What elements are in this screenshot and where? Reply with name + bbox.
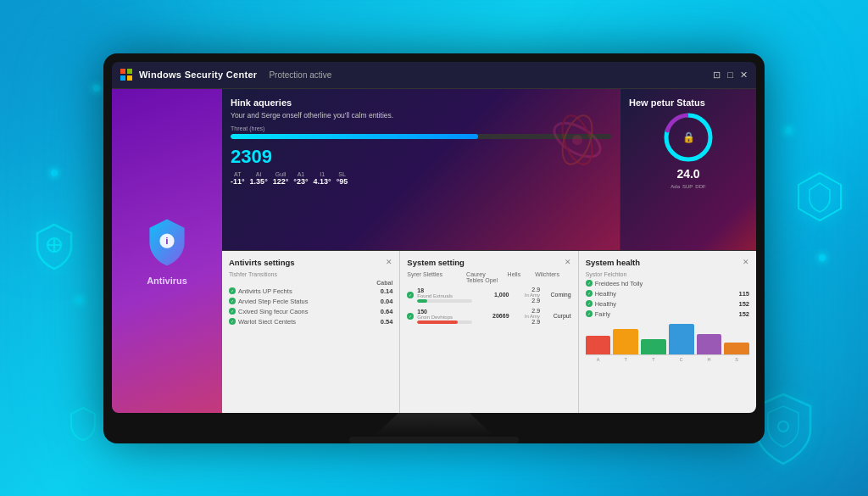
check-icon-2: ✓	[229, 298, 236, 304]
app-subtitle: Protection active	[269, 70, 713, 80]
card2-title: System setting	[407, 258, 465, 267]
bar-1	[586, 336, 611, 354]
check-icon-3: ✓	[229, 308, 236, 315]
stat-1: AI 1.35°	[250, 171, 268, 186]
app-title: Windows Security Center	[139, 70, 257, 80]
svg-point-10	[572, 135, 582, 145]
status-labels: Ada SUP DDF	[629, 184, 748, 189]
check-icon-1: ✓	[229, 287, 236, 294]
card1-header: Antivirts settings ✕	[229, 258, 392, 267]
bottom-panels: Antivirts settings ✕ Tishfer Transitions…	[222, 250, 756, 413]
av-row-2: ✓ Arvied Step Fecle Status 0.04	[229, 298, 392, 305]
col-head-2: Caurey Tebles Opel	[466, 271, 503, 283]
stat-3: A1 °23°	[293, 171, 308, 186]
svg-marker-3	[798, 173, 841, 220]
card3-subtitle: Systor Felchton	[586, 271, 749, 277]
card1-col-head: Cabal	[376, 280, 392, 286]
health-check-2: ✓	[586, 290, 593, 297]
stat-4: I1 4.13°	[314, 171, 331, 186]
status-title: Hew petur Status	[629, 98, 748, 108]
bar-4	[669, 324, 694, 354]
right-content: Hink aqueries Your and Serge onself othe…	[222, 89, 756, 413]
antivirus-sidebar: i Antivirus	[112, 89, 222, 413]
col-head-1: Syrer Slettles	[407, 271, 461, 283]
card3-title: System health	[586, 258, 640, 267]
health-status-text: Freidees hd Toily	[595, 280, 643, 287]
close-button[interactable]: ✕	[740, 70, 748, 81]
health-row-1: ✓ Healthy 115	[586, 290, 749, 298]
stat-5: SL °95	[337, 171, 348, 186]
window-controls[interactable]: ⊡ □ ✕	[713, 70, 748, 81]
svg-text:i: i	[166, 237, 169, 246]
health-check-1: ✓	[586, 280, 593, 287]
col-head-3: Hells	[508, 271, 531, 283]
circular-progress: 🔒	[663, 112, 714, 163]
card3-close[interactable]: ✕	[743, 258, 749, 266]
health-check-4: ✓	[586, 310, 593, 317]
tv-stand	[375, 413, 493, 436]
tv-monitor: Windows Security Center Protection activ…	[103, 53, 765, 443]
av-row-4: ✓ Warlot Siect Centets 0.54	[229, 318, 392, 326]
sidebar-label: Antivirus	[147, 276, 187, 286]
bar-3	[641, 339, 666, 354]
sys-check-1: ✓	[407, 292, 414, 298]
antivirus-shield-icon: i	[142, 216, 192, 267]
windows-logo	[120, 69, 132, 81]
health-status-row: ✓ Freidees hd Toily	[586, 280, 749, 287]
stat-0: AT -11°	[231, 171, 245, 186]
card1-subtitle: Tishfer Transitions	[229, 271, 392, 277]
system-settings-card: System setting ✕ Syrer Slettles Caurey T…	[400, 251, 578, 413]
check-icon-4: ✓	[229, 318, 236, 325]
bar-2	[613, 329, 638, 354]
virus-art	[539, 102, 615, 181]
sys-progress-2	[417, 320, 472, 324]
bar-5	[697, 334, 722, 354]
window-button[interactable]: □	[727, 70, 733, 80]
stat-2: Gull 122°	[273, 171, 289, 186]
threat-progress-fill	[231, 134, 478, 139]
card2-col-headers: Syrer Slettles Caurey Tebles Opel Hells …	[407, 271, 570, 283]
card1-close[interactable]: ✕	[386, 258, 392, 266]
card1-title: Antivirts settings	[229, 258, 295, 267]
threats-panel: Hink aqueries Your and Serge onself othe…	[222, 89, 620, 250]
top-panels: Hink aqueries Your and Serge onself othe…	[222, 89, 756, 250]
card2-close[interactable]: ✕	[565, 258, 571, 266]
status-panel: Hew petur Status 🔒 24.0	[620, 89, 756, 250]
av-row-3: ✓ Cxived Sing fecur Caons 0.64	[229, 308, 392, 315]
bottom-left-shield-icon	[68, 406, 98, 445]
bar-6	[724, 343, 749, 354]
status-score: 24.0	[629, 167, 748, 181]
screen: Windows Security Center Protection activ…	[112, 62, 756, 413]
title-bar: Windows Security Center Protection activ…	[112, 62, 756, 89]
tv-base	[349, 437, 519, 443]
right-shield-icon	[797, 171, 843, 226]
minimize-button[interactable]: ⊡	[713, 70, 721, 81]
health-row-3: ✓ Fairly 152	[586, 310, 749, 318]
system-health-card: System health ✕ Systor Felchton ✓ Freide…	[579, 251, 756, 413]
card3-header: System health ✕	[586, 258, 749, 267]
col-head-4: Wilchters	[535, 271, 571, 283]
card2-header: System setting ✕	[407, 258, 570, 267]
antivirus-settings-card: Antivirts settings ✕ Tishfer Transitions…	[222, 251, 400, 413]
sys-row-2: ✓ 150 Groin Devhtops 20669	[407, 308, 570, 325]
health-bar-chart	[586, 321, 749, 355]
left-shield-icon	[34, 223, 75, 274]
main-content: i Antivirus	[112, 89, 756, 413]
sys-progress-1	[417, 299, 472, 303]
sys-row-1: ✓ 18 Found Extnuals 1,000	[407, 287, 570, 304]
health-row-2: ✓ Healthy 152	[586, 300, 749, 308]
svg-text:🔒: 🔒	[682, 131, 695, 143]
health-check-3: ✓	[586, 300, 593, 307]
av-row-1: ✓ Antivirts UP Fechts 0.14	[229, 287, 392, 295]
bar-chart-labels: A T T C H S	[586, 357, 749, 362]
sys-check-2: ✓	[407, 313, 414, 320]
